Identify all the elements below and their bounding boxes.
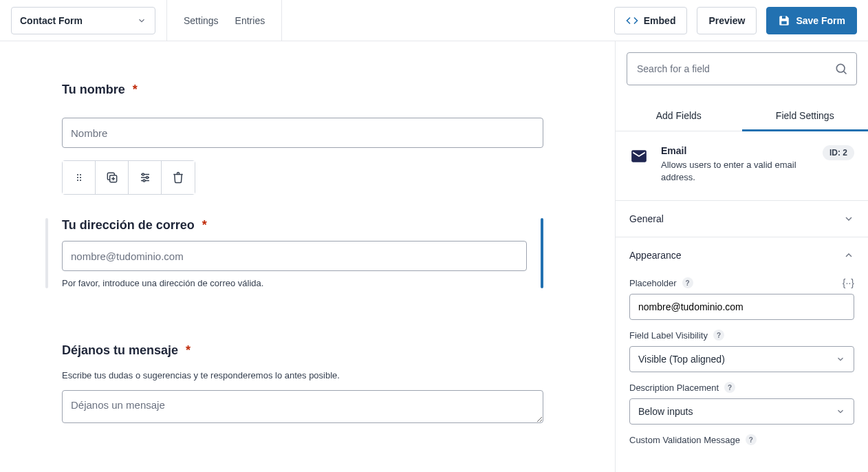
svg-line-18 <box>844 72 847 74</box>
label-visibility-select[interactable]: Visible (Top aligned) <box>629 346 854 372</box>
field-identity: Email Allows users to enter a valid emai… <box>616 131 868 201</box>
svg-point-6 <box>76 180 78 181</box>
help-icon[interactable]: ? <box>724 382 735 393</box>
field-label: Déjanos tu mensaje * <box>62 343 543 358</box>
delete-button[interactable] <box>162 161 195 194</box>
required-asterisk: * <box>133 83 138 96</box>
custom-validation-label-row: Custom Validation Message ? <box>629 434 854 445</box>
label-visibility-label-row: Field Label Visibility ? <box>629 330 854 341</box>
preview-button[interactable]: Preview <box>697 7 757 34</box>
form-selector[interactable]: Contact Form <box>11 7 155 34</box>
section-appearance: Appearance Placeholder ? {··} Field Labe… <box>616 237 868 459</box>
select-value: Below inputs <box>638 406 693 417</box>
top-bar-actions: Embed Preview Save Form <box>614 7 857 34</box>
section-general: General <box>616 201 868 237</box>
setting-label-text: Custom Validation Message <box>629 435 740 445</box>
code-icon <box>626 14 638 27</box>
field-toolbar <box>62 160 195 195</box>
drag-button[interactable] <box>63 161 96 194</box>
field-message[interactable]: Déjanos tu mensaje * Escribe tus dudas o… <box>62 343 543 425</box>
merge-tag-button[interactable]: {··} <box>843 277 854 288</box>
save-label: Save Form <box>796 15 845 26</box>
field-label-text: Déjanos tu mensaje <box>62 343 178 357</box>
svg-point-14 <box>142 173 144 175</box>
svg-rect-0 <box>782 21 788 24</box>
field-label: Tu nombre * <box>62 83 543 97</box>
desc-placement-label-row: Description Placement ? <box>629 382 854 393</box>
section-general-header[interactable]: General <box>616 201 868 237</box>
select-value: Visible (Top aligned) <box>638 354 725 365</box>
field-settings-sidebar: Add Fields Field Settings Email Allows u… <box>615 41 868 472</box>
chevron-down-icon <box>137 16 147 25</box>
svg-point-17 <box>836 64 845 72</box>
setting-label-text: Description Placement <box>629 383 719 393</box>
help-icon[interactable]: ? <box>713 330 724 341</box>
drag-icon <box>74 172 85 183</box>
tab-add-fields[interactable]: Add Fields <box>616 102 742 131</box>
nav-settings[interactable]: Settings <box>184 15 219 26</box>
chevron-up-icon <box>843 250 854 261</box>
help-icon[interactable]: ? <box>682 277 693 288</box>
duplicate-button[interactable] <box>96 161 129 194</box>
field-help: Escribe tus dudas o sugerencias y te res… <box>62 370 543 380</box>
message-textarea[interactable] <box>62 390 543 423</box>
field-label: Tu dirección de correo * <box>62 218 527 233</box>
section-appearance-body: Placeholder ? {··} Field Label Visibilit… <box>616 273 868 459</box>
field-type-desc: Allows users to enter a valid email addr… <box>661 159 799 184</box>
chevron-down-icon <box>836 407 845 416</box>
svg-point-16 <box>143 180 145 182</box>
embed-button[interactable]: Embed <box>614 7 688 34</box>
embed-label: Embed <box>644 15 676 26</box>
duplicate-icon <box>105 171 119 184</box>
field-id-badge: ID: 2 <box>823 145 854 160</box>
form-selector-label: Contact Form <box>20 15 83 26</box>
svg-point-5 <box>79 177 80 178</box>
field-label-text: Tu dirección de correo <box>62 218 195 232</box>
email-input[interactable] <box>62 241 527 271</box>
chevron-down-icon <box>836 354 845 364</box>
field-name[interactable]: Tu nombre * <box>62 83 543 195</box>
svg-rect-1 <box>782 16 785 19</box>
top-bar: Contact Form Settings Entries Embed Prev… <box>0 0 868 41</box>
top-nav: Settings Entries <box>184 15 265 26</box>
search-box[interactable] <box>627 52 857 85</box>
section-title: General <box>629 213 664 224</box>
chevron-down-icon <box>843 213 854 224</box>
sidebar-tabs: Add Fields Field Settings <box>616 102 868 131</box>
name-input[interactable] <box>62 118 543 148</box>
divider <box>166 0 167 41</box>
setting-label-text: Placeholder <box>629 278 677 288</box>
search-input[interactable] <box>636 63 834 75</box>
svg-point-7 <box>79 180 80 181</box>
placeholder-input[interactable] <box>629 294 854 320</box>
save-icon <box>778 14 790 27</box>
nav-entries[interactable]: Entries <box>235 15 265 26</box>
svg-point-15 <box>146 177 148 179</box>
desc-placement-select[interactable]: Below inputs <box>629 398 854 425</box>
required-asterisk: * <box>202 218 207 232</box>
trash-icon <box>172 171 184 184</box>
field-description: Por favor, introduce una dirección de co… <box>62 278 527 288</box>
save-button[interactable]: Save Form <box>766 7 857 34</box>
placeholder-label-row: Placeholder ? {··} <box>629 277 854 288</box>
search-icon <box>834 62 848 76</box>
section-appearance-header[interactable]: Appearance <box>616 237 868 273</box>
section-title: Appearance <box>629 250 682 261</box>
field-email[interactable]: Tu dirección de correo * Por favor, intr… <box>45 218 527 288</box>
svg-point-4 <box>76 177 78 178</box>
setting-label-text: Field Label Visibility <box>629 330 708 341</box>
field-label-text: Tu nombre <box>62 83 125 96</box>
svg-point-3 <box>79 174 80 175</box>
field-type-title: Email <box>661 145 810 156</box>
help-icon[interactable]: ? <box>746 434 757 445</box>
settings-button[interactable] <box>129 161 162 194</box>
divider <box>281 0 282 41</box>
svg-point-2 <box>76 174 78 175</box>
tab-field-settings[interactable]: Field Settings <box>742 102 869 131</box>
email-icon <box>629 147 649 166</box>
sliders-icon <box>139 171 151 184</box>
required-asterisk: * <box>186 343 191 357</box>
form-canvas: Tu nombre * Tu di <box>0 41 615 472</box>
preview-label: Preview <box>708 15 745 26</box>
